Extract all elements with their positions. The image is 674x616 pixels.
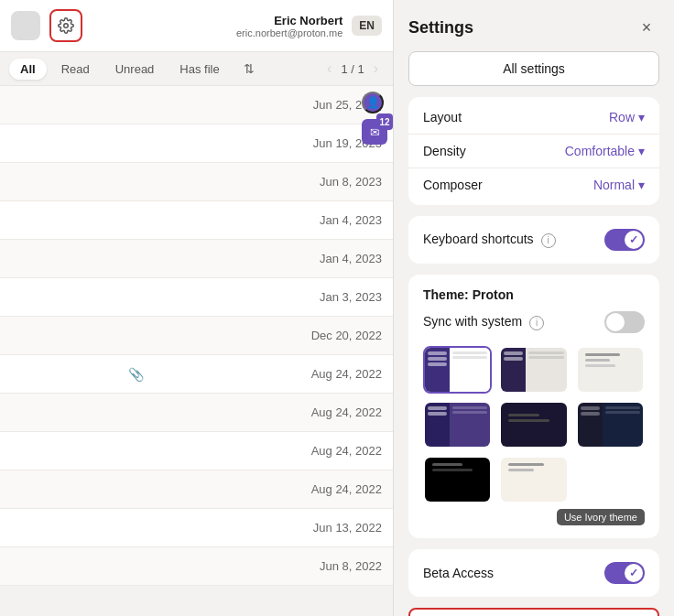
line bbox=[605, 406, 640, 409]
line bbox=[605, 411, 640, 414]
row-date: Aug 24, 2022 bbox=[311, 405, 382, 419]
theme-item-light[interactable] bbox=[423, 346, 492, 394]
theme-item-black[interactable] bbox=[423, 456, 492, 503]
density-row: Density Comfortable ▾ bbox=[423, 144, 645, 158]
left-panel: Eric Norbert eric.norbert@proton.me EN A… bbox=[0, 0, 394, 616]
beta-access-toggle[interactable]: ✓ bbox=[604, 562, 645, 584]
composer-label: Composer bbox=[423, 178, 483, 192]
list-item[interactable]: Aug 24, 2022 bbox=[0, 470, 393, 509]
density-value-button[interactable]: Comfortable ▾ bbox=[565, 144, 645, 158]
chevron-down-icon: ▾ bbox=[638, 178, 645, 192]
list-item[interactable]: Jun 19, 2023 bbox=[0, 124, 393, 163]
line bbox=[452, 406, 487, 409]
theme-sidebar bbox=[425, 348, 450, 392]
row-date: Jun 13, 2022 bbox=[313, 521, 382, 535]
theme-header-row: Theme: Proton bbox=[423, 287, 645, 302]
bar bbox=[428, 357, 447, 361]
theme-item-dark[interactable] bbox=[499, 401, 568, 448]
row-date: Jan 4, 2023 bbox=[320, 252, 382, 265]
line bbox=[585, 364, 615, 367]
line bbox=[452, 411, 487, 414]
clear-browser-data-button[interactable]: Clear browser data bbox=[408, 608, 659, 616]
notification-badge: 12 bbox=[376, 113, 393, 130]
toggle-knob-off bbox=[606, 313, 625, 331]
layout-label: Layout bbox=[423, 110, 462, 124]
list-item[interactable]: Jun 8, 2022 bbox=[0, 547, 393, 586]
toggle-bg: ✓ bbox=[604, 562, 645, 584]
layout-value-button[interactable]: Row ▾ bbox=[609, 110, 645, 124]
gear-icon bbox=[58, 17, 74, 34]
composer-row: Composer Normal ▾ bbox=[423, 178, 645, 192]
divider bbox=[408, 168, 659, 168]
keyboard-shortcuts-card: Keyboard shortcuts i ✓ bbox=[408, 216, 659, 264]
line bbox=[452, 356, 487, 359]
theme-sidebar bbox=[501, 348, 526, 392]
sync-with-system-label: Sync with system i bbox=[423, 314, 544, 330]
info-icon[interactable]: i bbox=[529, 316, 544, 330]
row-date: Jun 8, 2022 bbox=[320, 559, 382, 573]
avatar bbox=[11, 11, 40, 40]
bar bbox=[428, 351, 447, 355]
check-icon: ✓ bbox=[629, 233, 638, 246]
list-item[interactable]: Aug 24, 2022 bbox=[0, 432, 393, 470]
list-item[interactable]: Jun 13, 2022 bbox=[0, 509, 393, 547]
attachment-icon: 📎 bbox=[128, 367, 144, 382]
filter-has-file[interactable]: Has file bbox=[168, 59, 230, 80]
info-icon[interactable]: i bbox=[541, 233, 556, 248]
theme-item-carbon[interactable] bbox=[576, 401, 645, 448]
filter-unread[interactable]: Unread bbox=[104, 59, 166, 80]
row-date: Jan 4, 2023 bbox=[320, 213, 382, 227]
theme-grid bbox=[423, 346, 645, 503]
sync-with-system-row: Sync with system i bbox=[423, 311, 645, 333]
prev-page-button[interactable]: ‹ bbox=[321, 59, 337, 79]
filter-all[interactable]: All bbox=[9, 59, 47, 80]
pagination: ‹ 1 / 1 › bbox=[321, 59, 384, 79]
list-item[interactable]: Dec 20, 2022 bbox=[0, 317, 393, 355]
theme-card: Theme: Proton Sync with system i bbox=[408, 275, 659, 538]
theme-main bbox=[450, 403, 490, 447]
check-icon: ✓ bbox=[629, 567, 638, 579]
list-item[interactable]: Jan 4, 2023 bbox=[0, 201, 393, 240]
theme-main bbox=[450, 348, 490, 392]
theme-inner bbox=[501, 348, 566, 392]
theme-item-dark-light[interactable] bbox=[499, 346, 568, 394]
composer-value-button[interactable]: Normal ▾ bbox=[593, 178, 645, 192]
list-item[interactable]: Jun 8, 2023 bbox=[0, 163, 393, 201]
toggle-knob: ✓ bbox=[625, 564, 643, 582]
line bbox=[508, 419, 549, 422]
bar bbox=[504, 357, 523, 361]
all-settings-button[interactable]: All settings bbox=[408, 51, 659, 86]
filter-read[interactable]: Read bbox=[50, 59, 101, 80]
close-button[interactable]: × bbox=[634, 15, 659, 40]
line bbox=[585, 359, 611, 362]
keyboard-shortcuts-toggle[interactable]: ✓ bbox=[604, 229, 645, 251]
settings-title: Settings bbox=[408, 18, 473, 38]
beta-access-label: Beta Access bbox=[423, 566, 494, 580]
sort-button[interactable]: ⇅ bbox=[238, 58, 260, 80]
bar bbox=[428, 362, 447, 366]
list-item[interactable]: Jan 4, 2023 bbox=[0, 240, 393, 278]
gear-button[interactable] bbox=[49, 9, 82, 42]
contact-icon-button[interactable]: 👤 bbox=[362, 92, 384, 113]
language-badge[interactable]: EN bbox=[352, 16, 382, 36]
theme-item-ivory[interactable] bbox=[499, 456, 568, 503]
line bbox=[528, 356, 563, 359]
density-label: Density bbox=[423, 144, 466, 158]
theme-sidebar bbox=[578, 403, 603, 447]
theme-inner bbox=[578, 403, 643, 447]
line bbox=[528, 351, 563, 354]
next-page-button[interactable]: › bbox=[368, 59, 384, 79]
theme-sidebar bbox=[425, 403, 450, 447]
row-date: Jan 3, 2023 bbox=[320, 290, 382, 304]
list-item[interactable]: Jan 3, 2023 bbox=[0, 278, 393, 317]
list-item[interactable]: 📎 Aug 24, 2022 bbox=[0, 355, 393, 394]
chevron-down-icon: ▾ bbox=[638, 110, 645, 124]
theme-item-dark-purple[interactable] bbox=[423, 401, 492, 448]
theme-item-auto[interactable] bbox=[576, 346, 645, 394]
theme-inner bbox=[425, 403, 490, 447]
layout-row: Layout Row ▾ bbox=[423, 110, 645, 124]
list-item[interactable]: Jun 25, 2023 bbox=[0, 86, 393, 124]
list-item[interactable]: Aug 24, 2022 bbox=[0, 394, 393, 432]
layout-card: Layout Row ▾ Density Comfortable ▾ Compo… bbox=[408, 97, 659, 205]
sync-with-system-toggle[interactable] bbox=[604, 311, 645, 333]
